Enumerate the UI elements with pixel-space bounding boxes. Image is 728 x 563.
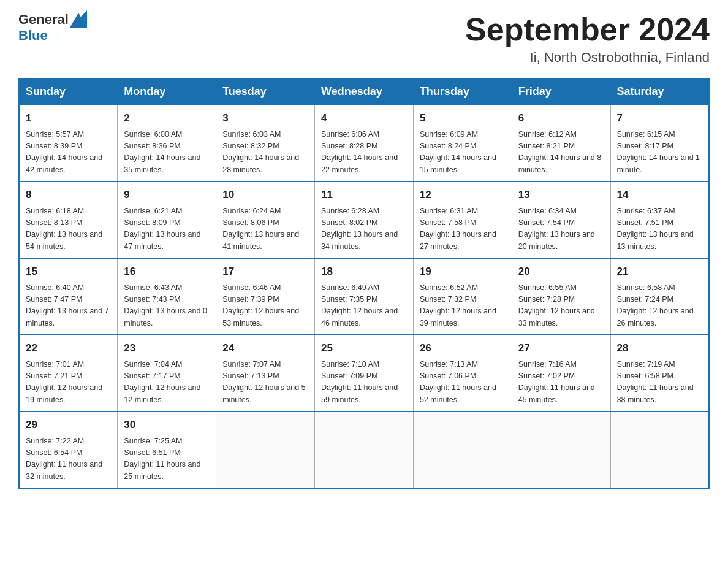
calendar-body: 1 Sunrise: 5:57 AMSunset: 8:39 PMDayligh…: [19, 105, 709, 488]
calendar-week-row: 22 Sunrise: 7:01 AMSunset: 7:21 PMDaylig…: [19, 335, 709, 412]
logo-blue-text: Blue: [18, 28, 87, 44]
calendar-cell: [512, 412, 610, 488]
day-info: Sunrise: 6:58 AMSunset: 7:24 PMDaylight:…: [617, 283, 694, 327]
calendar-cell: 15 Sunrise: 6:40 AMSunset: 7:47 PMDaylig…: [19, 258, 118, 335]
day-info: Sunrise: 6:24 AMSunset: 8:06 PMDaylight:…: [222, 207, 299, 251]
day-number: 12: [420, 187, 506, 203]
day-info: Sunrise: 6:34 AMSunset: 7:54 PMDaylight:…: [518, 207, 595, 251]
calendar-cell: [413, 412, 512, 488]
day-number: 2: [124, 110, 210, 126]
day-of-week-header: Thursday: [413, 79, 512, 105]
page-header: General Blue September 2024 Ii, North Os…: [18, 12, 710, 66]
calendar-week-row: 15 Sunrise: 6:40 AMSunset: 7:47 PMDaylig…: [19, 258, 709, 335]
day-info: Sunrise: 6:43 AMSunset: 7:43 PMDaylight:…: [124, 283, 207, 327]
calendar-cell: 3 Sunrise: 6:03 AMSunset: 8:32 PMDayligh…: [216, 105, 315, 182]
day-number: 10: [222, 187, 308, 203]
day-info: Sunrise: 7:16 AMSunset: 7:02 PMDaylight:…: [518, 360, 595, 404]
day-info: Sunrise: 6:00 AMSunset: 8:36 PMDaylight:…: [124, 130, 200, 174]
day-number: 19: [420, 264, 506, 280]
day-info: Sunrise: 6:49 AMSunset: 7:35 PMDaylight:…: [321, 283, 398, 327]
day-info: Sunrise: 6:46 AMSunset: 7:39 PMDaylight:…: [222, 283, 299, 327]
day-of-week-header: Monday: [118, 79, 216, 105]
day-info: Sunrise: 7:25 AMSunset: 6:51 PMDaylight:…: [124, 437, 200, 481]
calendar-cell: 16 Sunrise: 6:43 AMSunset: 7:43 PMDaylig…: [118, 258, 216, 335]
day-number: 26: [420, 340, 506, 356]
day-number: 1: [26, 110, 111, 126]
calendar-cell: 20 Sunrise: 6:55 AMSunset: 7:28 PMDaylig…: [512, 258, 610, 335]
calendar-cell: 5 Sunrise: 6:09 AMSunset: 8:24 PMDayligh…: [413, 105, 512, 182]
day-info: Sunrise: 7:13 AMSunset: 7:06 PMDaylight:…: [420, 360, 496, 404]
days-of-week-row: SundayMondayTuesdayWednesdayThursdayFrid…: [19, 79, 709, 105]
calendar-cell: 8 Sunrise: 6:18 AMSunset: 8:13 PMDayligh…: [19, 182, 118, 258]
day-info: Sunrise: 6:28 AMSunset: 8:02 PMDaylight:…: [321, 207, 398, 251]
calendar-cell: [315, 412, 414, 488]
calendar-cell: 13 Sunrise: 6:34 AMSunset: 7:54 PMDaylig…: [512, 182, 610, 258]
day-info: Sunrise: 6:12 AMSunset: 8:21 PMDaylight:…: [518, 130, 602, 174]
day-number: 18: [321, 264, 407, 280]
day-of-week-header: Wednesday: [315, 79, 414, 105]
day-info: Sunrise: 7:10 AMSunset: 7:09 PMDaylight:…: [321, 360, 398, 404]
day-info: Sunrise: 7:04 AMSunset: 7:17 PMDaylight:…: [124, 360, 200, 404]
day-number: 28: [617, 340, 702, 356]
day-info: Sunrise: 6:55 AMSunset: 7:28 PMDaylight:…: [518, 283, 595, 327]
day-number: 15: [26, 264, 111, 280]
logo: General Blue: [18, 12, 87, 44]
calendar-cell: 17 Sunrise: 6:46 AMSunset: 7:39 PMDaylig…: [216, 258, 315, 335]
day-number: 17: [222, 264, 308, 280]
calendar-cell: 9 Sunrise: 6:21 AMSunset: 8:09 PMDayligh…: [118, 182, 216, 258]
calendar-cell: 29 Sunrise: 7:22 AMSunset: 6:54 PMDaylig…: [19, 412, 118, 488]
calendar-cell: 25 Sunrise: 7:10 AMSunset: 7:09 PMDaylig…: [315, 335, 414, 412]
day-number: 9: [124, 187, 210, 203]
day-of-week-header: Saturday: [610, 79, 709, 105]
day-number: 14: [617, 187, 702, 203]
day-info: Sunrise: 6:40 AMSunset: 7:47 PMDaylight:…: [26, 283, 109, 327]
day-number: 29: [26, 417, 111, 433]
day-info: Sunrise: 6:15 AMSunset: 8:17 PMDaylight:…: [617, 130, 700, 174]
calendar-cell: 30 Sunrise: 7:25 AMSunset: 6:51 PMDaylig…: [118, 412, 216, 488]
day-number: 13: [518, 187, 604, 203]
day-number: 20: [518, 264, 604, 280]
day-info: Sunrise: 7:01 AMSunset: 7:21 PMDaylight:…: [26, 360, 102, 404]
day-number: 24: [222, 340, 308, 356]
calendar-cell: 7 Sunrise: 6:15 AMSunset: 8:17 PMDayligh…: [610, 105, 709, 182]
calendar-cell: 24 Sunrise: 7:07 AMSunset: 7:13 PMDaylig…: [216, 335, 315, 412]
calendar-cell: [610, 412, 709, 488]
day-info: Sunrise: 6:37 AMSunset: 7:51 PMDaylight:…: [617, 207, 694, 251]
day-number: 6: [518, 110, 604, 126]
calendar-cell: 19 Sunrise: 6:52 AMSunset: 7:32 PMDaylig…: [413, 258, 512, 335]
day-info: Sunrise: 7:07 AMSunset: 7:13 PMDaylight:…: [222, 360, 306, 404]
day-number: 23: [124, 340, 210, 356]
calendar-cell: 23 Sunrise: 7:04 AMSunset: 7:17 PMDaylig…: [118, 335, 216, 412]
calendar-week-row: 29 Sunrise: 7:22 AMSunset: 6:54 PMDaylig…: [19, 412, 709, 488]
calendar-cell: 11 Sunrise: 6:28 AMSunset: 8:02 PMDaylig…: [315, 182, 414, 258]
day-number: 16: [124, 264, 210, 280]
day-of-week-header: Tuesday: [216, 79, 315, 105]
calendar-cell: 21 Sunrise: 6:58 AMSunset: 7:24 PMDaylig…: [610, 258, 709, 335]
calendar-cell: 6 Sunrise: 6:12 AMSunset: 8:21 PMDayligh…: [512, 105, 610, 182]
location: Ii, North Ostrobothnia, Finland: [465, 50, 710, 66]
calendar-cell: [216, 412, 315, 488]
calendar-cell: 18 Sunrise: 6:49 AMSunset: 7:35 PMDaylig…: [315, 258, 414, 335]
calendar-week-row: 8 Sunrise: 6:18 AMSunset: 8:13 PMDayligh…: [19, 182, 709, 258]
day-info: Sunrise: 6:03 AMSunset: 8:32 PMDaylight:…: [222, 130, 299, 174]
day-number: 27: [518, 340, 604, 356]
calendar-cell: 14 Sunrise: 6:37 AMSunset: 7:51 PMDaylig…: [610, 182, 709, 258]
calendar-cell: 2 Sunrise: 6:00 AMSunset: 8:36 PMDayligh…: [118, 105, 216, 182]
calendar-cell: 26 Sunrise: 7:13 AMSunset: 7:06 PMDaylig…: [413, 335, 512, 412]
day-info: Sunrise: 6:06 AMSunset: 8:28 PMDaylight:…: [321, 130, 398, 174]
month-title: September 2024: [465, 12, 710, 47]
day-info: Sunrise: 6:52 AMSunset: 7:32 PMDaylight:…: [420, 283, 496, 327]
calendar-header: SundayMondayTuesdayWednesdayThursdayFrid…: [19, 79, 709, 105]
day-of-week-header: Sunday: [19, 79, 118, 105]
calendar-cell: 22 Sunrise: 7:01 AMSunset: 7:21 PMDaylig…: [19, 335, 118, 412]
calendar-cell: 4 Sunrise: 6:06 AMSunset: 8:28 PMDayligh…: [315, 105, 414, 182]
calendar-cell: 1 Sunrise: 5:57 AMSunset: 8:39 PMDayligh…: [19, 105, 118, 182]
calendar-cell: 12 Sunrise: 6:31 AMSunset: 7:58 PMDaylig…: [413, 182, 512, 258]
calendar-cell: 10 Sunrise: 6:24 AMSunset: 8:06 PMDaylig…: [216, 182, 315, 258]
day-info: Sunrise: 7:19 AMSunset: 6:58 PMDaylight:…: [617, 360, 694, 404]
day-number: 30: [124, 417, 210, 433]
day-number: 22: [26, 340, 111, 356]
calendar-cell: 27 Sunrise: 7:16 AMSunset: 7:02 PMDaylig…: [512, 335, 610, 412]
day-number: 7: [617, 110, 702, 126]
day-info: Sunrise: 6:31 AMSunset: 7:58 PMDaylight:…: [420, 207, 496, 251]
